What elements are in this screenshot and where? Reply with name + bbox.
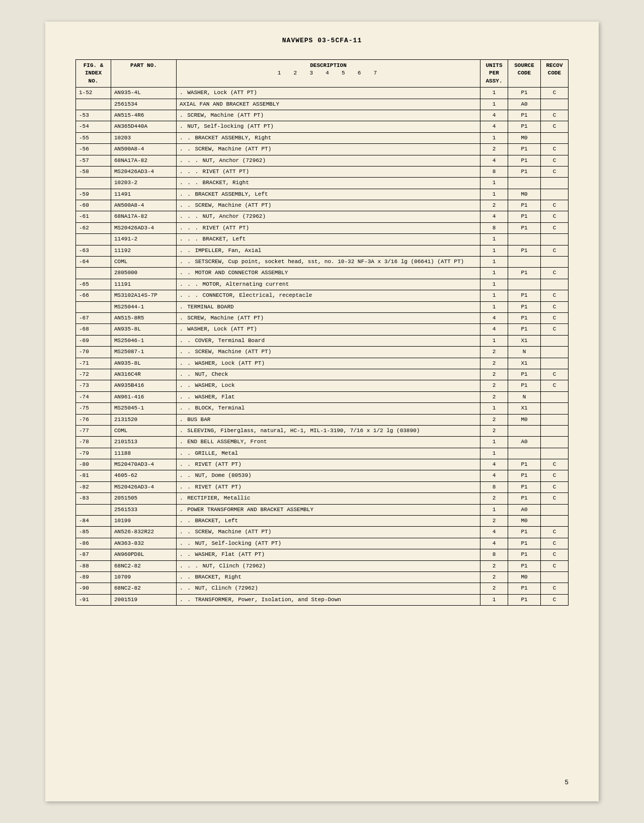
cell-units: 1 bbox=[480, 594, 508, 605]
cell-fig bbox=[76, 178, 111, 189]
cell-units: 4 bbox=[480, 110, 508, 121]
table-row: -7911188. . GRILLE, Metal1 bbox=[76, 448, 569, 459]
cell-source: P1 bbox=[508, 268, 541, 279]
cell-recov bbox=[541, 189, 569, 200]
cell-part: AN515-8R5 bbox=[111, 312, 177, 323]
cell-desc: . . NUT, Self-locking (ATT PT) bbox=[177, 538, 480, 549]
cell-source: P1 bbox=[508, 222, 541, 233]
cell-recov bbox=[541, 425, 569, 436]
table-header-row: FIG. &INDEXNO. PART NO. DESCRIPTION 1 2 … bbox=[76, 60, 569, 88]
cell-fig: -53 bbox=[76, 110, 111, 121]
table-row: 10203-2. . . BRACKET, Right1 bbox=[76, 178, 569, 189]
cell-source: M0 bbox=[508, 189, 541, 200]
cell-source bbox=[508, 279, 541, 290]
cell-recov: C bbox=[541, 538, 569, 549]
cell-recov bbox=[541, 234, 569, 245]
cell-source: M0 bbox=[508, 571, 541, 583]
cell-source: P1 bbox=[508, 110, 541, 121]
cell-units: 8 bbox=[480, 481, 508, 492]
cell-recov bbox=[541, 279, 569, 290]
cell-recov bbox=[541, 132, 569, 143]
cell-source: A0 bbox=[508, 504, 541, 515]
cell-fig: -63 bbox=[76, 245, 111, 256]
table-row: 1-52AN935-4L. WASHER, Lock (ATT PT)1P1C bbox=[76, 88, 569, 99]
cell-source bbox=[508, 234, 541, 245]
cell-part: 10203-2 bbox=[111, 178, 177, 189]
col-header-units: UNITSPERASSY. bbox=[480, 60, 508, 88]
cell-source: P1 bbox=[508, 527, 541, 538]
cell-units: 1 bbox=[480, 99, 508, 110]
cell-desc: . . BRACKET, Right bbox=[177, 571, 480, 583]
cell-desc: . . WASHER, Flat (ATT PT) bbox=[177, 549, 480, 560]
cell-desc: . . . MOTOR, Alternating current bbox=[177, 279, 480, 290]
cell-units: 4 bbox=[480, 527, 508, 538]
cell-part: AN526-832R22 bbox=[111, 527, 177, 538]
cell-fig: -91 bbox=[76, 594, 111, 605]
table-row: -912001519. . TRANSFORMER, Power, Isolat… bbox=[76, 594, 569, 605]
cell-source: P1 bbox=[508, 481, 541, 492]
cell-source: M0 bbox=[508, 132, 541, 143]
cell-part: 2051505 bbox=[111, 493, 177, 504]
cell-fig: -68 bbox=[76, 324, 111, 335]
cell-part: MS20470AD3-4 bbox=[111, 459, 177, 470]
table-row: -54AN365D440A. NUT, Self-locking (ATT PT… bbox=[76, 121, 569, 132]
cell-desc: . . . RIVET (ATT PT) bbox=[177, 166, 480, 177]
page: NAVWEPS 03-5CFA-11 FIG. &INDEXNO. PART N… bbox=[45, 22, 599, 801]
cell-desc: . . WASHER, Lock (ATT PT) bbox=[177, 358, 480, 369]
cell-desc: . . NUT, Clinch (72962) bbox=[177, 583, 480, 594]
cell-part: 11192 bbox=[111, 245, 177, 256]
cell-part: AN500A8-4 bbox=[111, 144, 177, 155]
cell-fig: -79 bbox=[76, 448, 111, 459]
table-row: -62MS20426AD3-4. . . RIVET (ATT PT)8P1C bbox=[76, 222, 569, 233]
cell-units: 2 bbox=[480, 560, 508, 571]
table-row: -86AN363-832. . NUT, Self-locking (ATT P… bbox=[76, 538, 569, 549]
cell-fig: -90 bbox=[76, 583, 111, 594]
table-row: 2561534AXIAL FAN AND BRACKET ASSEMBLY1A0 bbox=[76, 99, 569, 110]
page-number: 5 bbox=[565, 779, 569, 786]
cell-recov: C bbox=[541, 144, 569, 155]
cell-part: AN935-8L bbox=[111, 358, 177, 369]
col-header-recov: RECOVCODE bbox=[541, 60, 569, 88]
cell-recov bbox=[541, 414, 569, 425]
cell-fig: -67 bbox=[76, 312, 111, 323]
table-row: -71AN935-8L. . WASHER, Lock (ATT PT)2X1 bbox=[76, 358, 569, 369]
cell-units: 4 bbox=[480, 324, 508, 335]
cell-fig: -81 bbox=[76, 470, 111, 481]
cell-desc: . . TRANSFORMER, Power, Isolation, and S… bbox=[177, 594, 480, 605]
cell-fig: -73 bbox=[76, 380, 111, 391]
cell-part: AN316C4R bbox=[111, 369, 177, 380]
cell-desc: AXIAL FAN AND BRACKET ASSEMBLY bbox=[177, 99, 480, 110]
cell-recov bbox=[541, 178, 569, 189]
cell-part: COML bbox=[111, 425, 177, 436]
table-row: -72AN316C4R. . NUT, Check2P1C bbox=[76, 369, 569, 380]
cell-desc: . TERMINAL BOARD bbox=[177, 301, 480, 312]
cell-desc: . SLEEVING, Fiberglass, natural, HC-1, M… bbox=[177, 425, 480, 436]
cell-desc: . . NUT, Check bbox=[177, 369, 480, 380]
cell-units: 4 bbox=[480, 470, 508, 481]
cell-units: 4 bbox=[480, 538, 508, 549]
cell-fig: -54 bbox=[76, 121, 111, 132]
cell-recov bbox=[541, 257, 569, 268]
cell-part: AN363-832 bbox=[111, 538, 177, 549]
table-row: -8910709. . BRACKET, Right2M0 bbox=[76, 571, 569, 583]
cell-fig: -71 bbox=[76, 358, 111, 369]
cell-fig: -86 bbox=[76, 538, 111, 549]
cell-units: 4 bbox=[480, 459, 508, 470]
cell-desc: . . NUT, Dome (80539) bbox=[177, 470, 480, 481]
cell-recov: C bbox=[541, 459, 569, 470]
cell-units: 4 bbox=[480, 312, 508, 323]
cell-fig: -69 bbox=[76, 335, 111, 346]
cell-desc: . . IMPELLER, Fan, Axial bbox=[177, 245, 480, 256]
cell-desc: . . BRACKET ASSEMBLY, Right bbox=[177, 132, 480, 143]
table-row: -5510203. . BRACKET ASSEMBLY, Right1M0 bbox=[76, 132, 569, 143]
table-row: -75MS25045-1. . BLOCK, Terminal1X1 bbox=[76, 403, 569, 414]
cell-desc: . . . BRACKET, Right bbox=[177, 178, 480, 189]
cell-desc: . . RIVET (ATT PT) bbox=[177, 459, 480, 470]
table-row: -6168NA17A-82. . . NUT, Anchor (72962)4P… bbox=[76, 211, 569, 222]
cell-desc: . BUS BAR bbox=[177, 414, 480, 425]
table-body: 1-52AN935-4L. WASHER, Lock (ATT PT)1P1C2… bbox=[76, 88, 569, 606]
cell-units: 2 bbox=[480, 583, 508, 594]
table-row: -82MS20426AD3-4. . RIVET (ATT PT)8P1C bbox=[76, 481, 569, 492]
cell-recov: C bbox=[541, 121, 569, 132]
cell-desc: . . BRACKET ASSEMBLY, Left bbox=[177, 189, 480, 200]
